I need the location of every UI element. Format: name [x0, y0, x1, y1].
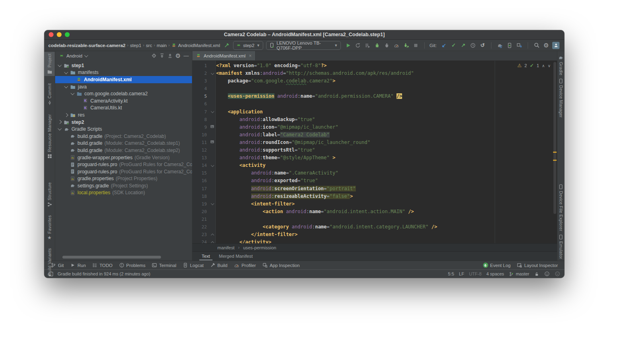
editor-tab[interactable]: MF AndroidManifest.xml ×	[192, 51, 256, 60]
tree-expand-icon[interactable]	[58, 120, 62, 124]
tree-item-local.properties[interactable]: local.properties(SDK Location)	[55, 189, 192, 197]
tool-window-button-resource-manager[interactable]: Resource Manager	[44, 113, 55, 160]
push-button[interactable]: ↗	[459, 41, 468, 49]
warning-stripe-mark[interactable]	[553, 152, 557, 153]
tool-window-button-run[interactable]: Run	[67, 261, 89, 269]
resource-preview-icon[interactable]	[209, 139, 216, 146]
code-line-2[interactable]: 2<manifest xmlns:android="http://schemas…	[192, 70, 557, 77]
stop-button[interactable]	[411, 41, 420, 49]
caret-position[interactable]: 5:5	[448, 271, 454, 276]
code-line-22[interactable]: 22 <category android:name="android.inten…	[192, 223, 557, 231]
profile-low-overhead-button[interactable]	[402, 41, 411, 49]
code-editor[interactable]: ⚠2 ✓1 ∧ ∨ 1<?xml version="1.0" encoding=…	[192, 61, 557, 243]
device-select[interactable]: LENOVO Lenovo TB-Q706F-DPP ▼	[266, 41, 341, 50]
code-line-19[interactable]: 19 <intent-filter>	[192, 200, 557, 208]
breadcrumb-item[interactable]: uses-permission	[243, 245, 276, 250]
sync-gradle-button[interactable]	[495, 41, 504, 49]
code-line-9[interactable]: 9 android:icon="@mipmap/ic_launcher"	[192, 123, 557, 131]
nav-crumb[interactable]: step1	[130, 43, 141, 48]
tool-window-button-logcat[interactable]: Logcat	[180, 261, 207, 269]
commit-button[interactable]: ✓	[449, 41, 458, 49]
tree-item-step2[interactable]: step2	[55, 119, 192, 126]
code-line-1[interactable]: 1<?xml version="1.0" encoding="utf-8"?>	[192, 62, 557, 70]
code-line-6[interactable]: 6	[192, 100, 557, 108]
tab-text[interactable]: Text	[197, 252, 215, 261]
device-manager-button[interactable]	[505, 41, 514, 49]
tool-window-button-layout-inspector[interactable]: Layout Inspector	[514, 263, 561, 268]
gear-button[interactable]: ⚙	[175, 53, 181, 59]
fold-marker-icon[interactable]	[209, 238, 216, 243]
tree-expand-icon[interactable]	[71, 91, 74, 95]
code-line-11[interactable]: 11 android:roundIcon="@mipmap/ic_launche…	[192, 139, 557, 146]
code-line-15[interactable]: 15 android:name=".CameraActivity"	[192, 169, 557, 177]
code-line-21[interactable]: 21	[192, 216, 557, 223]
attach-debugger-button[interactable]	[382, 41, 391, 49]
tool-window-button-todo[interactable]: TODO	[89, 261, 116, 269]
tab-merged-manifest[interactable]: Merged Manifest	[215, 252, 257, 261]
tool-window-button-app-inspection[interactable]: App Inspection	[259, 261, 303, 269]
close-window-button[interactable]	[49, 32, 54, 37]
breadcrumb-item[interactable]: manifest	[217, 245, 235, 250]
fold-marker-icon[interactable]	[209, 231, 216, 238]
tree-item-build.gradle[interactable]: build.gradle(Project: Camera2_Codelab)	[55, 133, 192, 140]
resource-preview-icon[interactable]	[209, 123, 216, 131]
tree-item-gradle.properties[interactable]: gradle.properties(Project Properties)	[55, 175, 192, 183]
tree-expand-icon[interactable]	[64, 84, 68, 88]
tree-item-gradle-scripts[interactable]: Gradle Scripts	[55, 125, 192, 133]
tree-item-proguard-rules.pro[interactable]: proguard-rules.pro(ProGuard Rules for Ca…	[55, 161, 192, 168]
update-project-button[interactable]: ↙	[440, 41, 448, 49]
tool-window-button-gradle[interactable]: Gradle	[557, 53, 564, 77]
tool-window-button-project[interactable]: Project	[44, 52, 55, 76]
code-line-17[interactable]: 17 android:screenOrientation="portrait"	[192, 185, 557, 193]
tool-window-button-terminal[interactable]: Terminal	[149, 261, 180, 269]
settings-button[interactable]: ⚙	[542, 41, 551, 49]
code-line-23[interactable]: 23 </intent-filter>	[192, 231, 557, 238]
happy-face-icon[interactable]	[544, 271, 550, 277]
next-problem-button[interactable]: ∨	[548, 62, 551, 70]
tool-window-button-problems[interactable]: Problems	[116, 261, 149, 269]
code-line-12[interactable]: 12 android:supportsRtl="true"	[192, 146, 557, 154]
sad-face-icon[interactable]	[555, 271, 560, 277]
file-encoding[interactable]: UTF-8	[469, 271, 481, 276]
inspection-widget[interactable]: ⚠2 ✓1 ∧ ∨	[517, 62, 551, 70]
tree-item-build.gradle[interactable]: build.gradle(Module: Camera2_Codelab.ste…	[55, 140, 192, 147]
apply-code-changes-button[interactable]	[363, 41, 372, 49]
code-line-5[interactable]: 5 <uses-permission android:name="android…	[192, 92, 557, 100]
tree-item-settings.gradle[interactable]: settings.gradle(Project Settings)	[55, 182, 192, 189]
tool-window-button-commit[interactable]: Commit	[44, 82, 55, 107]
tree-item-step1[interactable]: step1	[55, 62, 192, 69]
code-line-16[interactable]: 16 android:exported="true"	[192, 177, 557, 185]
code-line-13[interactable]: 13 android:theme="@style/AppTheme" >	[192, 154, 557, 162]
tool-window-button-device-manager[interactable]: Device Manager	[557, 77, 564, 119]
rollback-button[interactable]: ↺	[478, 41, 487, 49]
code-line-20[interactable]: 20 <action android:name="android.intent.…	[192, 208, 557, 216]
tool-window-button-event-log[interactable]: 6Event Log	[480, 263, 514, 268]
chevron-down-icon[interactable]	[84, 53, 88, 57]
locate-button[interactable]	[151, 53, 157, 58]
tree-item-cameraactivity.kt[interactable]: KCameraActivity.kt	[55, 97, 192, 105]
warning-stripe-mark[interactable]	[553, 160, 557, 161]
code-line-7[interactable]: 7 <application	[192, 108, 557, 116]
code-line-24[interactable]: 24 </activity>	[192, 238, 557, 243]
expand-all-button[interactable]	[159, 53, 165, 58]
git-branch-widget[interactable]: master	[509, 271, 529, 277]
build-project-button[interactable]	[223, 41, 230, 49]
fold-marker-icon[interactable]	[209, 108, 216, 116]
tree-expand-icon[interactable]	[58, 63, 62, 67]
tool-window-button-build[interactable]: Build	[207, 261, 231, 269]
tool-window-button-device-file-explorer[interactable]: Device File Explorer	[557, 183, 564, 233]
history-button[interactable]	[469, 41, 477, 49]
run-config-select[interactable]: step2 ▼	[233, 41, 263, 50]
nav-crumb[interactable]: codelab-resizable-surface-camera2	[48, 43, 126, 48]
debug-button[interactable]	[373, 41, 382, 49]
tree-item-java[interactable]: java	[55, 83, 192, 90]
lock-icon[interactable]	[534, 271, 539, 277]
tree-item-manifests[interactable]: manifests	[55, 69, 192, 76]
nav-crumb[interactable]: src	[146, 43, 152, 48]
tool-window-button-emulator[interactable]: Emulator	[557, 233, 564, 261]
sdk-manager-button[interactable]	[515, 41, 524, 49]
apply-changes-button[interactable]	[353, 41, 362, 49]
previous-problem-button[interactable]: ∧	[542, 62, 545, 70]
code-line-18[interactable]: 18 android:resizeableActivity="false">	[192, 193, 557, 200]
close-icon[interactable]: ×	[249, 53, 252, 59]
